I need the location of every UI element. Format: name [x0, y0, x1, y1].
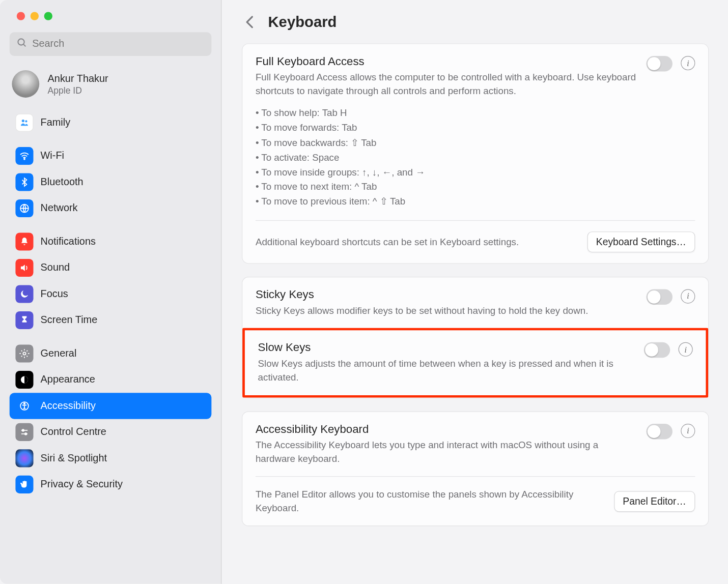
family-icon: [15, 113, 33, 131]
close-window-button[interactable]: [17, 12, 25, 20]
shortcut-list: To show help: Tab H To move forwards: Ta…: [256, 106, 638, 210]
sidebar-item-label: Screen Time: [41, 314, 98, 326]
search-icon: [17, 38, 27, 51]
info-button[interactable]: i: [681, 56, 695, 70]
window-controls: [10, 8, 212, 32]
sidebar-item-label: Accessibility: [41, 400, 96, 412]
sidebar-item-screen-time[interactable]: Screen Time: [10, 307, 212, 333]
sidebar: Ankur Thakur Apple ID Family Wi-Fi: [0, 0, 221, 584]
svg-point-3: [25, 120, 27, 122]
sidebar-item-wifi[interactable]: Wi-Fi: [10, 143, 212, 169]
page-title: Keyboard: [268, 13, 337, 31]
sidebar-item-general[interactable]: General: [10, 340, 212, 366]
sidebar-item-family[interactable]: Family: [10, 109, 212, 135]
sidebar-item-label: General: [41, 347, 77, 359]
sidebar-item-label: Sound: [41, 262, 70, 274]
header: Keyboard: [242, 13, 709, 31]
shortcut-item: To show help: Tab H: [256, 106, 638, 121]
minimize-window-button[interactable]: [31, 12, 39, 20]
shortcut-item: To move to previous item: ^ ⇧ Tab: [256, 195, 638, 210]
sidebar-item-label: Family: [41, 116, 71, 128]
full-keyboard-access-toggle[interactable]: [646, 56, 672, 71]
footer-text: The Panel Editor allows you to customise…: [256, 487, 604, 515]
svg-point-6: [23, 352, 25, 355]
sidebar-item-network[interactable]: Network: [10, 195, 212, 221]
panel-keys: Sticky Keys Sticky Keys allows modifier …: [242, 277, 709, 398]
hourglass-icon: [15, 311, 33, 329]
account-sub: Apple ID: [48, 85, 108, 95]
sidebar-item-bluetooth[interactable]: Bluetooth: [10, 169, 212, 195]
info-button[interactable]: i: [681, 289, 695, 304]
shortcut-item: To move inside groups: ↑, ↓, ←, and →: [256, 165, 638, 180]
account-name: Ankur Thakur: [48, 73, 108, 84]
wifi-icon: [15, 147, 33, 165]
sidebar-item-sound[interactable]: Sound: [10, 255, 212, 281]
avatar: [12, 70, 39, 98]
shortcut-item: To activate: Space: [256, 151, 638, 165]
setting-title: Accessibility Keyboard: [256, 422, 638, 435]
setting-title: Slow Keys: [258, 341, 636, 355]
sidebar-item-focus[interactable]: Focus: [10, 281, 212, 307]
info-button[interactable]: i: [679, 342, 693, 357]
svg-point-13: [25, 433, 27, 435]
svg-point-0: [18, 39, 24, 45]
slow-keys-toggle[interactable]: [644, 342, 670, 358]
setting-desc: Slow Keys adjusts the amount of time bet…: [258, 357, 636, 384]
search-input[interactable]: [32, 38, 204, 50]
svg-point-2: [22, 120, 24, 122]
hand-icon: [15, 476, 33, 493]
bluetooth-icon: [15, 173, 33, 191]
setting-desc: Sticky Keys allows modifier keys to be s…: [256, 304, 638, 317]
zoom-window-button[interactable]: [44, 12, 52, 20]
bell-icon: [15, 232, 33, 250]
sidebar-item-privacy[interactable]: Privacy & Security: [10, 472, 212, 498]
panel-editor-button[interactable]: Panel Editor…: [614, 491, 695, 512]
moon-icon: [15, 285, 33, 303]
setting-title: Full Keyboard Access: [256, 55, 638, 68]
sliders-icon: [15, 423, 33, 441]
svg-point-11: [22, 429, 24, 431]
shortcut-item: To move forwards: Tab: [256, 121, 638, 136]
shortcut-item: To move to next item: ^ Tab: [256, 180, 638, 195]
setting-desc: Full Keyboard Access allows the computer…: [256, 70, 638, 98]
accessibility-keyboard-toggle[interactable]: [646, 423, 672, 439]
sidebar-item-label: Privacy & Security: [41, 479, 123, 490]
svg-point-4: [24, 159, 25, 160]
sidebar-item-notifications[interactable]: Notifications: [10, 228, 212, 254]
search-field[interactable]: [10, 32, 212, 56]
globe-icon: [15, 199, 33, 217]
info-button[interactable]: i: [681, 423, 695, 437]
sidebar-item-siri[interactable]: Siri & Spotlight: [10, 445, 212, 471]
footer-text: Additional keyboard shortcuts can be set…: [256, 235, 578, 249]
svg-line-1: [23, 44, 25, 46]
slow-keys-row-highlight: Slow Keys Slow Keys adjusts the amount o…: [242, 328, 708, 397]
sidebar-item-label: Siri & Spotlight: [41, 452, 107, 464]
sidebar-item-label: Wi-Fi: [41, 150, 64, 162]
siri-icon: [15, 449, 33, 467]
gear-icon: [15, 344, 33, 362]
sidebar-item-apple-id[interactable]: Ankur Thakur Apple ID: [10, 67, 212, 109]
setting-desc: The Accessibility Keyboard lets you type…: [256, 438, 638, 465]
speaker-icon: [15, 259, 33, 277]
sidebar-item-accessibility[interactable]: Accessibility: [10, 393, 212, 419]
keyboard-settings-button[interactable]: Keyboard Settings…: [587, 231, 695, 252]
sidebar-item-label: Appearance: [41, 374, 95, 386]
main-content: Keyboard Full Keyboard Access Full Keybo…: [221, 0, 728, 584]
setting-title: Sticky Keys: [256, 288, 638, 301]
panel-accessibility-keyboard: Accessibility Keyboard The Accessibility…: [242, 411, 709, 527]
sticky-keys-toggle[interactable]: [646, 289, 672, 305]
sidebar-item-label: Notifications: [41, 236, 96, 247]
svg-point-9: [24, 403, 25, 404]
panel-full-keyboard-access: Full Keyboard Access Full Keyboard Acces…: [242, 43, 709, 264]
sidebar-item-control-centre[interactable]: Control Centre: [10, 419, 212, 445]
sidebar-item-label: Control Centre: [41, 426, 106, 438]
sidebar-item-label: Bluetooth: [41, 176, 83, 188]
sidebar-item-label: Network: [41, 202, 78, 214]
sidebar-item-label: Focus: [41, 288, 68, 300]
appearance-icon: [15, 371, 33, 389]
accessibility-icon: [15, 397, 33, 415]
sidebar-item-appearance[interactable]: Appearance: [10, 367, 212, 393]
back-button[interactable]: [242, 14, 257, 29]
shortcut-item: To move backwards: ⇧ Tab: [256, 136, 638, 151]
